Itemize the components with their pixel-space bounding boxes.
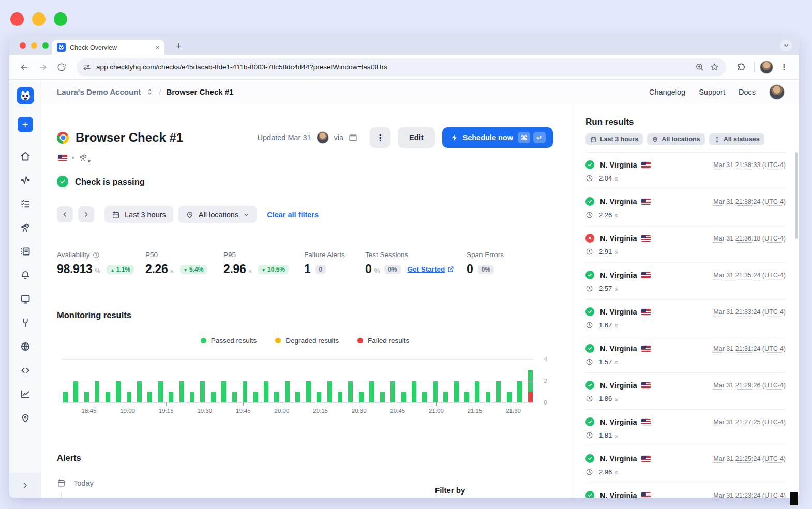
site-info-icon[interactable] bbox=[83, 63, 91, 71]
chart-bar[interactable] bbox=[73, 381, 78, 402]
run-timestamp-link[interactable]: Mar 31 21:31:24 (UTC-4) bbox=[713, 345, 786, 352]
chart-bar[interactable] bbox=[106, 392, 110, 402]
clear-filters-link[interactable]: Clear all filters bbox=[267, 211, 319, 219]
chart-bar[interactable] bbox=[528, 370, 533, 402]
chart-bar[interactable] bbox=[232, 392, 237, 402]
support-link[interactable]: Support bbox=[699, 88, 725, 96]
run-timestamp-link[interactable]: Mar 31 21:36:18 (UTC-4) bbox=[713, 235, 786, 242]
changelog-link[interactable]: Changelog bbox=[649, 88, 685, 96]
run-timestamp-link[interactable]: Mar 31 21:38:33 (UTC-4) bbox=[713, 161, 786, 169]
sidebar-item-home[interactable] bbox=[20, 151, 31, 161]
chart-bar[interactable] bbox=[264, 381, 268, 402]
run-timestamp-link[interactable]: Mar 31 21:29:26 (UTC-4) bbox=[713, 382, 786, 389]
chart-bar[interactable] bbox=[443, 392, 448, 402]
account-updown-icon[interactable] bbox=[146, 88, 154, 96]
chart-bar[interactable] bbox=[327, 381, 332, 402]
chart-bar[interactable] bbox=[127, 392, 131, 402]
edit-button[interactable]: Edit bbox=[398, 127, 434, 148]
chart-bar[interactable] bbox=[338, 392, 342, 402]
chart-bar[interactable] bbox=[380, 392, 385, 402]
account-switcher[interactable]: Laura's Demo Account bbox=[57, 87, 141, 96]
panel-scrollbar[interactable] bbox=[795, 152, 798, 239]
chart-bar[interactable] bbox=[221, 381, 226, 402]
location-filter[interactable]: All locations bbox=[178, 206, 257, 223]
create-new-button[interactable]: + bbox=[18, 117, 33, 132]
browser-profile-avatar[interactable] bbox=[760, 61, 773, 74]
chart-bar[interactable] bbox=[95, 381, 99, 402]
sidebar-expand-button[interactable] bbox=[9, 473, 41, 498]
chart-bar[interactable] bbox=[285, 381, 290, 402]
sidebar-item-private-locations[interactable] bbox=[20, 341, 31, 352]
sidebar-item-maintenance[interactable] bbox=[20, 318, 31, 328]
sidebar-item-explore[interactable] bbox=[20, 222, 31, 233]
browser-menu-icon[interactable]: ⋮ bbox=[776, 59, 792, 75]
window-minimize-icon[interactable] bbox=[31, 42, 37, 49]
run-result-row[interactable]: N. Virginia Mar 31 21:38:33 (UTC-4) 2.04… bbox=[585, 153, 786, 189]
sidebar-item-alerts[interactable] bbox=[20, 270, 31, 280]
user-avatar[interactable] bbox=[769, 84, 785, 100]
chart-bar[interactable] bbox=[274, 392, 279, 402]
run-timestamp-link[interactable]: Mar 31 21:35:24 (UTC-4) bbox=[713, 272, 786, 279]
more-actions-button[interactable]: ⋮ bbox=[370, 127, 390, 148]
chart-bar[interactable] bbox=[179, 381, 184, 402]
run-result-row[interactable]: N. Virginia Mar 31 21:31:24 (UTC-4) 1.57… bbox=[585, 336, 786, 373]
chart-bar[interactable] bbox=[253, 392, 258, 402]
chart-bar[interactable] bbox=[475, 381, 479, 402]
url-text[interactable]: app.checklyhq.com/checks/e45dacab-8de1-4… bbox=[96, 63, 690, 71]
chart-bar[interactable] bbox=[306, 381, 311, 402]
chart-bar[interactable] bbox=[295, 392, 300, 402]
chart-bar[interactable] bbox=[211, 392, 216, 402]
chart-bar[interactable] bbox=[190, 392, 194, 402]
prev-window-button[interactable] bbox=[57, 206, 73, 222]
address-bar[interactable]: app.checklyhq.com/checks/e45dacab-8de1-4… bbox=[77, 58, 726, 76]
window-zoom-icon[interactable] bbox=[42, 42, 49, 49]
run-result-row[interactable]: N. Virginia Mar 31 21:27:25 (UTC-4) 1.81… bbox=[585, 410, 786, 446]
run-result-row[interactable]: N. Virginia Mar 31 21:23:24 (UTC-4) 2.18… bbox=[585, 483, 786, 498]
chart-bar[interactable] bbox=[464, 392, 469, 402]
run-result-row[interactable]: N. Virginia Mar 31 21:38:24 (UTC-4) 2.26… bbox=[585, 189, 786, 226]
sidebar-item-monitoring[interactable] bbox=[20, 175, 31, 185]
run-result-row[interactable]: N. Virginia Mar 31 21:35:24 (UTC-4) 2.57… bbox=[585, 263, 786, 300]
forward-icon[interactable] bbox=[35, 59, 51, 75]
time-filter[interactable]: Last 3 hours bbox=[104, 206, 173, 223]
new-tab-icon[interactable]: + bbox=[176, 40, 182, 52]
sidebar-item-analytics[interactable] bbox=[20, 389, 31, 399]
chart-bar[interactable] bbox=[507, 392, 512, 402]
run-timestamp-link[interactable]: Mar 31 21:27:25 (UTC-4) bbox=[713, 418, 786, 426]
macos-minimize-icon[interactable] bbox=[32, 12, 46, 26]
run-timestamp-link[interactable]: Mar 31 21:33:24 (UTC-4) bbox=[713, 308, 786, 316]
run-timestamp-link[interactable]: Mar 31 21:38:24 (UTC-4) bbox=[713, 198, 786, 205]
reload-icon[interactable] bbox=[54, 59, 69, 75]
bookmark-star-icon[interactable] bbox=[710, 63, 719, 71]
chart-bar[interactable] bbox=[116, 381, 121, 402]
next-window-button[interactable] bbox=[78, 206, 94, 222]
chart-bar[interactable] bbox=[317, 392, 321, 402]
chart-bar[interactable] bbox=[412, 381, 416, 402]
sidebar-item-dashboards[interactable] bbox=[20, 294, 31, 304]
chart-bar[interactable] bbox=[369, 381, 374, 402]
sidebar-item-locations[interactable] bbox=[20, 413, 31, 423]
checkly-logo[interactable] bbox=[17, 87, 34, 104]
window-close-icon[interactable] bbox=[20, 42, 26, 49]
macos-close-icon[interactable] bbox=[10, 12, 24, 26]
chart-bar[interactable] bbox=[390, 381, 395, 402]
chart-bar[interactable] bbox=[147, 392, 152, 402]
chart-bar[interactable] bbox=[158, 381, 163, 402]
chart-bar[interactable] bbox=[137, 381, 142, 402]
chart-bar[interactable] bbox=[454, 381, 459, 402]
chart-bar[interactable] bbox=[422, 392, 427, 402]
chart-bar[interactable] bbox=[200, 381, 205, 402]
schedule-now-button[interactable]: Schedule now ⌘ ↵ bbox=[442, 127, 553, 148]
tab-close-icon[interactable]: × bbox=[155, 43, 159, 51]
run-result-row[interactable]: N. Virginia Mar 31 21:36:18 (UTC-4) 2.91… bbox=[585, 226, 786, 263]
extensions-icon[interactable] bbox=[733, 59, 749, 75]
run-timestamp-link[interactable]: Mar 31 21:23:24 (UTC-4) bbox=[713, 492, 786, 498]
chart-bar[interactable] bbox=[433, 381, 438, 402]
docs-link[interactable]: Docs bbox=[739, 88, 756, 96]
run-result-row[interactable]: N. Virginia Mar 31 21:29:26 (UTC-4) 1.86… bbox=[585, 373, 786, 410]
zoom-icon[interactable] bbox=[695, 63, 704, 71]
back-icon[interactable] bbox=[17, 59, 32, 75]
run-result-row[interactable]: N. Virginia Mar 31 21:33:24 (UTC-4) 1.67… bbox=[585, 300, 786, 336]
tab-check-overview[interactable]: Check Overview × bbox=[52, 40, 164, 55]
macos-zoom-icon[interactable] bbox=[54, 12, 67, 26]
